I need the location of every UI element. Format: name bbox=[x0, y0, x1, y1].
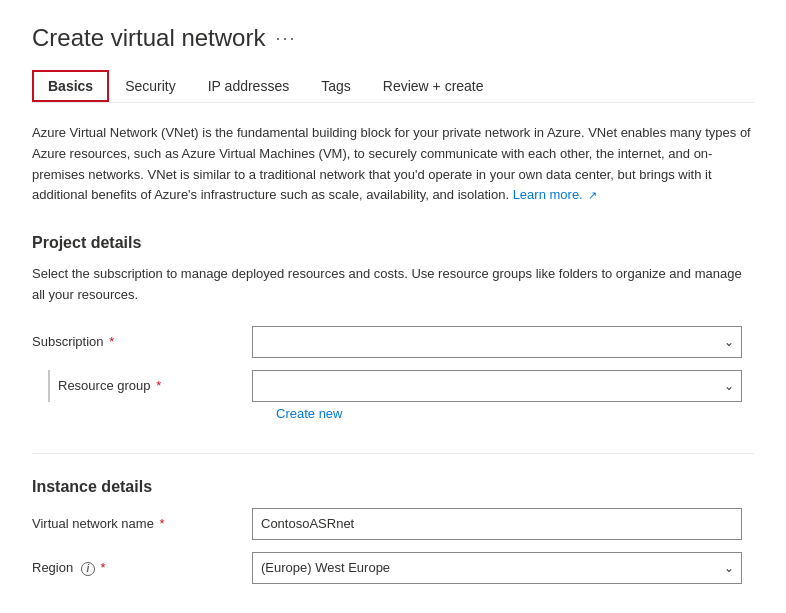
project-details-title: Project details bbox=[32, 234, 754, 252]
region-dropdown[interactable]: (Europe) West Europe bbox=[252, 552, 742, 584]
subscription-dropdown[interactable] bbox=[252, 326, 742, 358]
region-dropdown-wrapper: (Europe) West Europe ⌄ bbox=[252, 552, 742, 584]
resource-group-dropdown-wrapper: ⌄ bbox=[252, 370, 742, 402]
tab-security[interactable]: Security bbox=[109, 70, 192, 102]
tab-bar: Basics Security IP addresses Tags Review… bbox=[32, 70, 754, 103]
tab-tags[interactable]: Tags bbox=[305, 70, 367, 102]
tab-ip-addresses[interactable]: IP addresses bbox=[192, 70, 305, 102]
project-details-section: Project details Select the subscription … bbox=[32, 234, 754, 421]
region-info-icon[interactable]: i bbox=[81, 562, 95, 576]
page-header: Create virtual network ··· bbox=[32, 24, 754, 52]
indent-bar bbox=[48, 370, 50, 402]
external-link-icon: ↗ bbox=[588, 189, 597, 201]
create-new-link[interactable]: Create new bbox=[276, 406, 754, 421]
vnet-name-required-star: * bbox=[160, 516, 165, 531]
virtual-network-name-row: Virtual network name * bbox=[32, 508, 754, 540]
learn-more-link[interactable]: Learn more. ↗ bbox=[513, 187, 598, 202]
tab-review-create[interactable]: Review + create bbox=[367, 70, 500, 102]
tab-basics[interactable]: Basics bbox=[32, 70, 109, 102]
resource-group-label: Resource group * bbox=[58, 378, 252, 393]
resource-group-dropdown[interactable] bbox=[252, 370, 742, 402]
instance-details-section: Instance details Virtual network name * … bbox=[32, 478, 754, 584]
virtual-network-name-input[interactable] bbox=[252, 508, 742, 540]
vnet-description: Azure Virtual Network (VNet) is the fund… bbox=[32, 123, 754, 206]
subscription-dropdown-wrapper: ⌄ bbox=[252, 326, 742, 358]
subscription-label: Subscription * bbox=[32, 334, 252, 349]
instance-details-title: Instance details bbox=[32, 478, 754, 496]
more-options-icon[interactable]: ··· bbox=[275, 28, 296, 49]
region-label: Region i * bbox=[32, 560, 252, 576]
page-title: Create virtual network bbox=[32, 24, 265, 52]
section-divider bbox=[32, 453, 754, 454]
virtual-network-name-label: Virtual network name * bbox=[32, 516, 252, 531]
region-required-star: * bbox=[100, 560, 105, 575]
subscription-required-star: * bbox=[109, 334, 114, 349]
resource-group-row: Resource group * ⌄ bbox=[32, 370, 754, 402]
resource-group-required-star: * bbox=[156, 378, 161, 393]
region-row: Region i * (Europe) West Europe ⌄ bbox=[32, 552, 754, 584]
project-details-description: Select the subscription to manage deploy… bbox=[32, 264, 754, 306]
subscription-row: Subscription * ⌄ bbox=[32, 326, 754, 358]
